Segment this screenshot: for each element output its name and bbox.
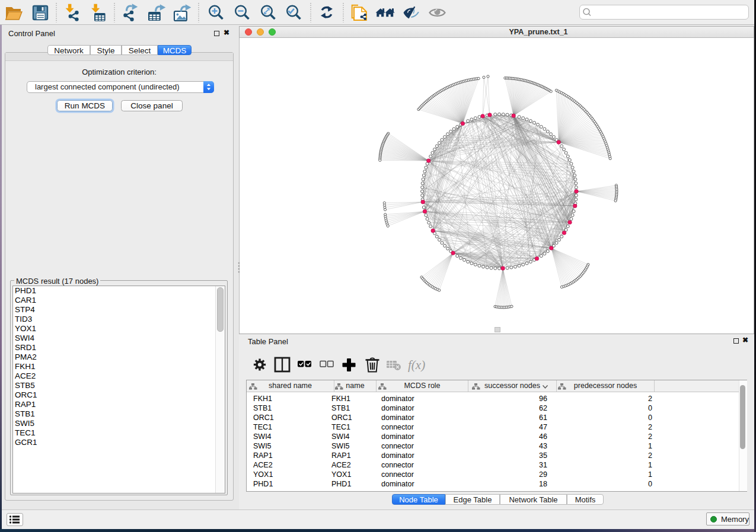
svg-text:f(x): f(x): [408, 358, 425, 372]
